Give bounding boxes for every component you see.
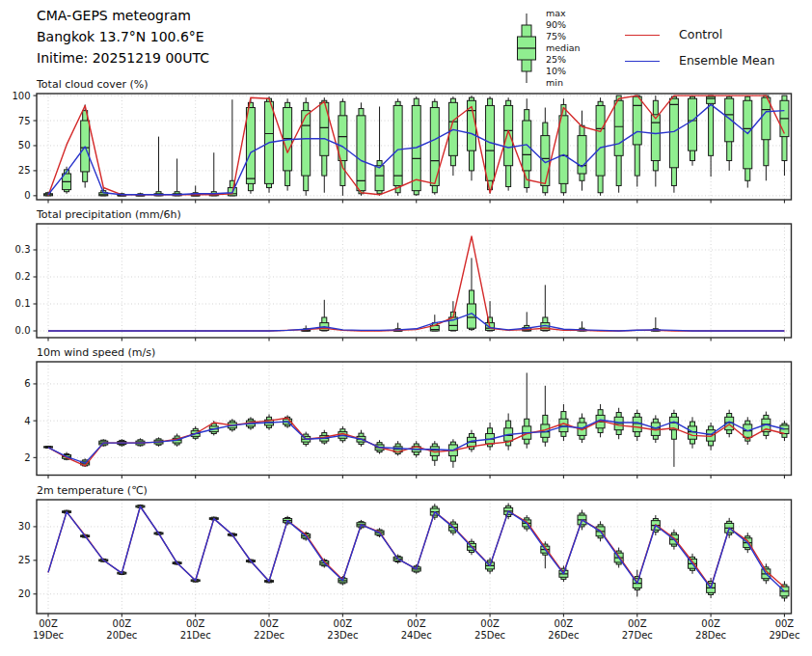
panel-precip: 0.00.10.20.3Total precipitation (mm/6h) xyxy=(15,208,792,342)
svg-text:100: 100 xyxy=(12,91,30,101)
box-plot xyxy=(633,410,641,441)
axes-frame xyxy=(37,500,792,614)
data-temp xyxy=(48,503,789,601)
box-plot xyxy=(651,96,660,186)
box-plot xyxy=(633,96,641,186)
box-plot xyxy=(669,410,678,467)
panel-title-precip: Total precipitation (mm/6h) xyxy=(36,208,181,221)
box-plot xyxy=(448,96,457,176)
panel-cloud: 0255075100Total cloud cover (%) xyxy=(12,78,791,204)
svg-text:00Z: 00Z xyxy=(555,618,574,629)
svg-text:00Z: 00Z xyxy=(334,618,353,629)
svg-text:19Dec: 19Dec xyxy=(33,630,64,641)
svg-text:00Z: 00Z xyxy=(186,618,205,629)
box-plot xyxy=(762,96,771,180)
box-plot xyxy=(430,441,439,466)
svg-text:0.3: 0.3 xyxy=(15,244,31,255)
meteogram-chart: 0255075100Total cloud cover (%)0.00.10.2… xyxy=(0,0,812,656)
svg-text:0.2: 0.2 xyxy=(15,271,31,282)
box-plot xyxy=(780,421,789,441)
box-plot xyxy=(504,97,513,191)
x-axis-labels: 00Z19Dec00Z20Dec00Z21Dec00Z22Dec00Z23Dec… xyxy=(33,618,800,641)
box-plot xyxy=(669,96,678,193)
box-plot xyxy=(744,96,752,187)
axes-frame xyxy=(37,224,792,338)
svg-text:00Z: 00Z xyxy=(701,618,720,629)
svg-text:27Dec: 27Dec xyxy=(622,630,653,641)
svg-text:00Z: 00Z xyxy=(628,618,647,629)
box-plots-temp xyxy=(63,503,789,601)
svg-text:00Z: 00Z xyxy=(113,618,132,629)
svg-text:50: 50 xyxy=(18,140,31,150)
panel-wind: 24610m wind speed (m/s) xyxy=(24,346,791,478)
box-plot xyxy=(504,413,513,450)
svg-text:4: 4 xyxy=(24,416,30,426)
svg-text:30: 30 xyxy=(18,521,31,532)
box-plot xyxy=(357,102,365,196)
control-line xyxy=(48,236,784,331)
data-wind xyxy=(44,372,789,467)
svg-text:00Z: 00Z xyxy=(775,618,795,629)
svg-text:00Z: 00Z xyxy=(407,618,426,629)
box-plot xyxy=(559,404,568,441)
svg-text:21Dec: 21Dec xyxy=(180,630,211,641)
svg-text:2: 2 xyxy=(24,452,30,463)
box-plot xyxy=(559,98,568,196)
svg-text:6: 6 xyxy=(24,378,30,389)
svg-text:24Dec: 24Dec xyxy=(401,630,432,641)
svg-text:0.0: 0.0 xyxy=(15,325,31,336)
svg-text:20Dec: 20Dec xyxy=(106,630,137,641)
svg-text:00Z: 00Z xyxy=(39,618,58,629)
svg-text:26Dec: 26Dec xyxy=(548,630,579,641)
box-plot xyxy=(173,158,181,195)
svg-text:25: 25 xyxy=(18,165,31,176)
svg-text:75: 75 xyxy=(18,116,31,126)
data-precip xyxy=(48,236,784,331)
panel-temp: 2025302m temperature (℃) xyxy=(18,484,792,617)
svg-text:22Dec: 22Dec xyxy=(254,630,284,641)
svg-text:00Z: 00Z xyxy=(259,618,279,629)
panel-title-cloud: Total cloud cover (%) xyxy=(36,78,149,91)
box-plot xyxy=(651,317,660,331)
grid-temp xyxy=(37,500,792,614)
box-plot xyxy=(375,106,384,195)
svg-text:0: 0 xyxy=(24,190,30,201)
box-plot xyxy=(393,98,402,196)
svg-text:00Z: 00Z xyxy=(480,618,500,629)
ticks-precip xyxy=(34,250,785,342)
box-plots-wind xyxy=(44,372,789,467)
box-plot xyxy=(689,96,697,166)
grid-precip xyxy=(37,224,792,338)
box-plot xyxy=(430,98,439,195)
svg-text:23Dec: 23Dec xyxy=(327,630,358,641)
svg-text:29Dec: 29Dec xyxy=(769,630,799,641)
box-plot xyxy=(209,152,218,196)
svg-text:25: 25 xyxy=(18,555,31,565)
box-plot xyxy=(614,408,623,439)
svg-text:20: 20 xyxy=(18,588,31,599)
box-plot xyxy=(541,285,550,331)
svg-text:28Dec: 28Dec xyxy=(695,630,726,641)
panel-title-wind: 10m wind speed (m/s) xyxy=(37,346,155,359)
panel-title-temp: 2m temperature (℃) xyxy=(37,484,148,497)
svg-text:25Dec: 25Dec xyxy=(474,630,505,641)
box-plot xyxy=(448,439,457,468)
box-plot xyxy=(302,97,311,196)
box-plot xyxy=(725,96,734,171)
box-plot xyxy=(541,386,550,447)
meteogram-figure: CMA-GEPS meteogram Bangkok 13.7°N 100.6°… xyxy=(0,0,812,656)
svg-text:0.1: 0.1 xyxy=(15,298,31,309)
box-plot xyxy=(486,423,495,451)
box-plot xyxy=(467,258,475,331)
box-plot xyxy=(780,96,789,176)
